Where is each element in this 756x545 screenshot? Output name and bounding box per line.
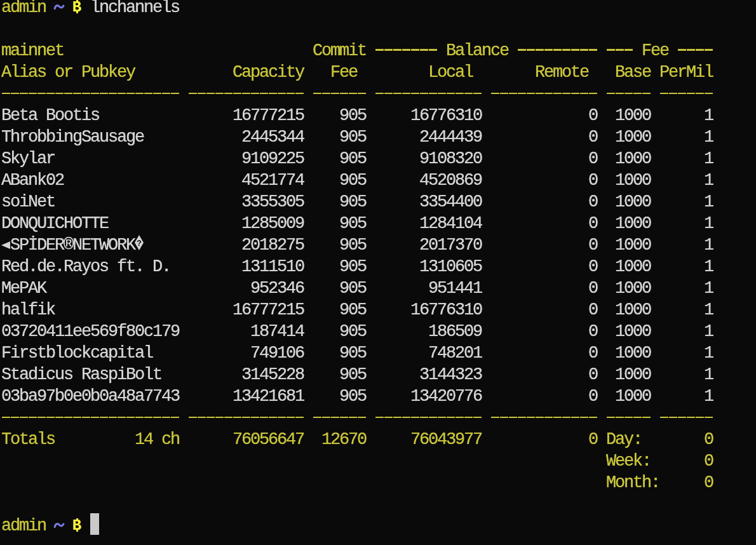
svg-text:?: ?: [137, 238, 142, 248]
